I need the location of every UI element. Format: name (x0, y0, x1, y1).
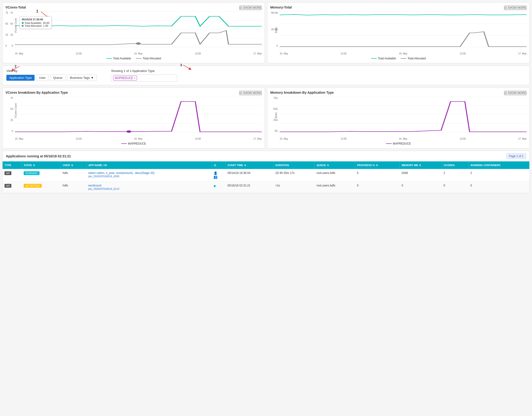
row2-progress: 0 (355, 181, 399, 193)
table-row: MR RUNNING hdfs select nation, o_year, s… (3, 169, 529, 181)
col-queue: QUEUE ⇅ (315, 161, 355, 169)
vcores-breakdown-svg (15, 97, 262, 132)
vcores-tooltip: 05/15/18 17:30:00 Total Available: 45.60… (20, 16, 52, 29)
memory-legend-allocated-line (401, 58, 406, 59)
memory-chart-svg (280, 12, 527, 47)
memory-breakdown-legend: MAPREDUCE (270, 142, 527, 145)
show-more-icon-mb: ⊡ (504, 91, 507, 95)
legend-allocated-line (136, 58, 142, 59)
pagination-badge: Page 1 of 1 (506, 153, 526, 159)
memory-legend: Total Available Total Allocated (270, 57, 527, 60)
row2-type: MR (3, 181, 22, 193)
row1-icons: 👤 👥 (212, 169, 226, 181)
col-state: STATE ⇅ (22, 161, 61, 169)
sort-icon-start[interactable]: ⇅ (244, 164, 246, 167)
row1-state: RUNNING (22, 169, 61, 181)
row2-user: hdfs (61, 181, 87, 193)
col-type: TYPE (3, 161, 22, 169)
memory-show-more-button[interactable]: ⊡ SHOW MORE (504, 6, 527, 10)
memory-breakdown-x-labels: 15. May 12:00 16. May 12:00 17. May (270, 137, 527, 140)
show-more-icon: ⊡ (240, 6, 242, 9)
col-duration: DURATION (273, 161, 314, 169)
row2-appname: wordcount job_1526337616519_0113 (86, 181, 212, 193)
svg-point-16 (126, 130, 131, 133)
table-header: TYPE STATE ⇅ USER ⇅ APP NAME / ID ⚠ STAR… (3, 161, 529, 169)
row1-containers: 2 (469, 169, 529, 181)
user-button[interactable]: User (36, 75, 48, 81)
table-header-row: Applications running at 05/16/18 02:31:2… (3, 151, 529, 161)
row2-icons: ◆ (212, 181, 226, 193)
row2-queue: root.users.hdfs (315, 181, 355, 193)
vcores-y-axis-label: VCores Count (14, 18, 17, 33)
vcores-total-card: VCores-Total ⊡ SHOW MORE 7550250 75 50 2… (2, 2, 265, 63)
vcores-annotation-1: 1 (36, 9, 38, 13)
vcores-breakdown-legend: MAPREDUCE (5, 142, 262, 145)
row1-starttime: 05/14/18 16:36:04 (226, 169, 273, 181)
vcores-breakdown-title: VCores breakdown By Application Type (5, 91, 68, 95)
vcores-chart-svg (15, 12, 262, 47)
vcores-legend: Total Available Total Allocated (5, 57, 262, 60)
col-warn: ⚠ (212, 161, 226, 169)
memory-breakdown-svg (280, 97, 527, 132)
memory-legend-available-line (371, 58, 377, 59)
vcores-show-more-button[interactable]: ⊡ SHOW MORE (239, 6, 262, 10)
users-icon: 👥 (213, 175, 218, 179)
memory-total-card: Memory-Total ⊡ SHOW MORE 98 GB 49 GB 0 B… (267, 2, 530, 63)
view-by-section: View By 2 Application Type User Queue Bu… (6, 69, 97, 81)
col-starttime: START TIME ⇅ (226, 161, 273, 169)
memory-breakdown-card: Memory breakdown By Application Type ⊡ S… (267, 87, 530, 148)
row2-starttime: 05/16/18 02:31:21 (226, 181, 273, 193)
tooltip-teal-dot (22, 22, 24, 24)
memory-breakdown-y-label: Bytes (275, 112, 277, 118)
row1-memory: 2048 (400, 169, 442, 181)
row2-containers: 0 (469, 181, 529, 193)
tag-close-icon[interactable]: × (134, 77, 135, 79)
show-more-icon-vb: ⊡ (240, 91, 242, 95)
applications-table-section: Applications running at 05/16/18 02:31:2… (2, 151, 530, 193)
row1-duration: 1D 9h 55m 17s (273, 169, 314, 181)
col-memory: MEMORY MB ⇅ (400, 161, 442, 169)
memory-x-labels: 15. May 12:00 16. May 12:00 17. May (270, 52, 527, 55)
svg-point-6 (136, 42, 141, 45)
filter-tags-container: MAPREDUCE × (111, 75, 177, 82)
application-type-button[interactable]: Application Type (6, 75, 35, 81)
sort-icon-queue[interactable]: ⇅ (327, 164, 329, 167)
business-tags-dropdown[interactable]: Business Tags ▼ (67, 75, 97, 81)
user-icon: 👤 (213, 171, 218, 175)
sort-icon-state[interactable]: ⇅ (33, 164, 35, 167)
vcores-breakdown-y-label: VCores Count (14, 104, 17, 118)
applications-table: TYPE STATE ⇅ USER ⇅ APP NAME / ID ⚠ STAR… (3, 161, 529, 193)
sort-icon-user[interactable]: ⇅ (71, 164, 73, 167)
sort-icon-memory[interactable]: ⇅ (419, 164, 421, 167)
row2-memory: 0 (400, 181, 442, 193)
vcores-breakdown-card: VCores breakdown By Application Type ⊡ S… (2, 87, 265, 148)
vcores-x-labels: 15. May 12:00 16. May 12:00 17. May (5, 52, 262, 55)
mapreduce-tag[interactable]: MAPREDUCE × (113, 76, 137, 80)
row1-vcores: 2 (442, 169, 469, 181)
memory-breakdown-title: Memory breakdown By Application Type (270, 91, 334, 95)
memory-breakdown-show-more[interactable]: ⊡ SHOW MORE (504, 91, 527, 95)
tooltip-gray-dot (22, 25, 24, 27)
view-by-buttons: Application Type User Queue Business Tag… (6, 75, 97, 81)
col-user: USER ⇅ (61, 161, 87, 169)
row1-type: MR (3, 169, 22, 181)
sort-icon-progress[interactable]: ⇅ (376, 164, 378, 167)
vcores-chart-title: VCores-Total (5, 5, 26, 9)
legend-mapreduce-line-v (121, 143, 127, 144)
col-containers: RUNNING CONTAINERS (469, 161, 529, 169)
warning-header-icon: ⚠ (214, 163, 216, 167)
arrow-3-icon (181, 64, 193, 71)
showing-label: Showing 1 of 1 Application Type (111, 69, 154, 73)
queue-button[interactable]: Queue (50, 75, 66, 81)
row1-progress: 5 (355, 169, 399, 181)
row1-queue: root.users.hdfs (315, 169, 355, 181)
legend-mapreduce-line-m (386, 143, 392, 144)
table-title: Applications running at 05/16/18 02:31:2… (6, 154, 71, 158)
row2-vcores: 0 (442, 181, 469, 193)
memory-y-axis-label: Bytes (275, 27, 277, 33)
vcores-breakdown-show-more[interactable]: ⊡ SHOW MORE (239, 91, 262, 95)
col-vcores: VCORES (442, 161, 469, 169)
memory-chart-title: Memory-Total (270, 5, 292, 9)
table-row: MR ACCEPTED hdfs wordcount job_152633761… (3, 181, 529, 193)
row2-state: ACCEPTED (22, 181, 61, 193)
